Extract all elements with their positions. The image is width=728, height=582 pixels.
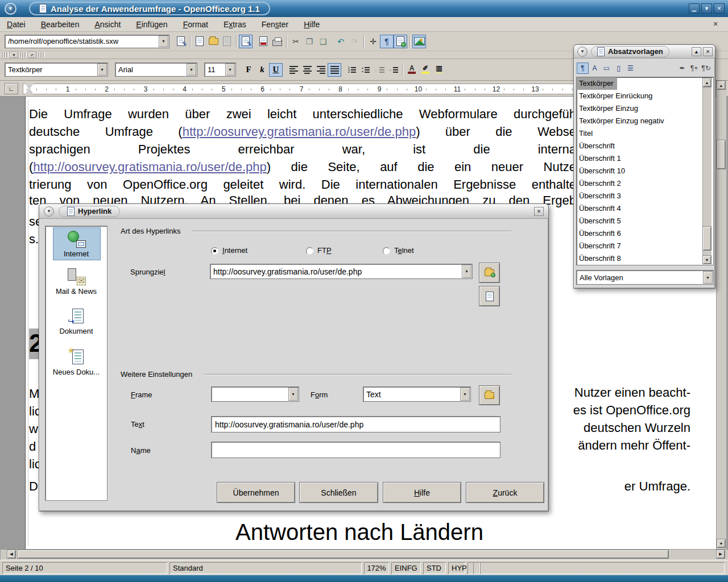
status-hyperlink-mode[interactable]: HYP [448,562,465,574]
style-list-row[interactable]: Textkörper Einzug negativ [577,115,713,127]
radio-label-internet[interactable]: Internet [222,246,247,255]
grip-handle[interactable] [19,52,27,57]
strip-pen-icon[interactable]: ✐ [28,52,36,58]
hyperlink-dialog-titlebar[interactable]: ▼ Hyperlink ✕ [39,204,548,219]
tab-type-selector[interactable]: ∟ [5,83,18,94]
style-item[interactable]: Überschrift 5 [577,217,621,225]
style-item[interactable]: Titel [577,129,593,138]
apply-button[interactable]: Übernehmen [217,482,295,503]
style-list-row[interactable]: Überschrift 6 [577,227,713,240]
style-list-row[interactable]: Überschrift 1 [577,152,713,165]
style-list-row[interactable]: Überschrift 2 [577,177,713,190]
url-dropdown-arrow[interactable]: ▼ [159,36,168,47]
target-dropdown-arrow[interactable]: ▼ [462,265,471,278]
paragraph-styles-button[interactable]: ¶ [577,63,589,74]
bold-button[interactable]: F [242,63,255,77]
frame-dropdown-arrow[interactable]: ▼ [288,388,298,401]
scroll-up-icon[interactable]: ▲ [717,81,726,90]
grip-handle[interactable] [1,52,9,57]
fill-format-mode-button[interactable]: ✒ [676,63,688,74]
dialog-menu-button[interactable]: ▼ [44,206,54,217]
paragraph-style-combobox[interactable]: Textkörper ▼ [5,63,108,77]
style-item[interactable]: Überschrift 1 [577,154,621,163]
sidebar-item-internet[interactable]: Internet [46,231,107,258]
increase-indent-button[interactable]: → [386,63,400,77]
vertical-scroll-thumb[interactable] [717,140,726,169]
style-item[interactable]: Überschrift 3 [577,192,621,200]
menu-fenster[interactable]: Fenster [262,20,288,29]
align-right-button[interactable] [314,63,328,77]
style-list-row[interactable]: Textkörper Einrückung [577,90,713,102]
style-item[interactable]: Überschrift 6 [577,229,621,238]
horizontal-scroll-thumb[interactable] [17,550,669,559]
style-dropdown-arrow[interactable]: ▼ [97,64,107,76]
print-button[interactable] [270,35,284,48]
help-button[interactable]: Hilfe [383,482,461,503]
target-in-document-button[interactable] [479,286,500,306]
style-list-row[interactable]: Textkörper Einzug [577,102,713,115]
status-cell[interactable] [473,562,480,574]
horizontal-ruler[interactable]: 12345678910111213 [23,84,576,94]
radio-internet[interactable] [211,247,218,255]
style-item[interactable]: Überschrift 2 [577,179,621,188]
hyperlink-text[interactable]: http://oosurvey.gratismania.ro/user/de.p… [33,160,266,174]
status-insert-mode[interactable]: EINFG [391,562,421,574]
cut-button[interactable]: ✂ [289,35,303,48]
style-list-row[interactable]: Überschrift 7 [577,240,713,252]
hyperlink-text[interactable]: http://oosurvey.gratismania.ro/user/de.p… [183,124,416,139]
font-dropdown-arrow[interactable]: ▼ [187,64,196,76]
stylist-close-icon[interactable]: ✕ [703,47,713,56]
style-list-row[interactable]: Überschrift 4 [577,202,713,215]
style-list-row[interactable]: Überschrift 8 [577,252,713,265]
style-item[interactable]: Textkörper [577,77,617,90]
style-list-row[interactable]: Überschrift 5 [577,215,713,227]
align-justify-button[interactable] [328,63,341,77]
grip-handle[interactable] [38,52,45,57]
www-browser-button[interactable] [479,263,500,283]
navigator-button[interactable]: ✛ [366,35,380,48]
undo-button[interactable]: ↶ [334,35,348,48]
filter-dropdown-arrow[interactable]: ▼ [703,271,713,284]
status-selection-mode[interactable]: STD [423,562,446,574]
style-list-row[interactable]: Textkörper [577,77,713,90]
new-style-from-selection-button[interactable]: ¶+ [688,63,700,74]
scroll-left-icon[interactable]: ◀ [7,550,16,559]
style-list-row[interactable]: Titel [577,127,713,140]
target-combobox[interactable]: http://oosurvey.gratismania.ro/user/de.p… [210,264,473,279]
dialog-close-icon[interactable]: ✕ [534,207,544,216]
window-menu-button[interactable]: ▼ [5,3,16,15]
decrease-indent-button[interactable]: ← [373,63,386,77]
gallery-button[interactable] [412,35,426,48]
close-button[interactable]: Schließen [299,482,378,503]
frame-styles-button[interactable]: ▭ [601,63,613,74]
frame-combobox[interactable]: ▼ [211,386,299,402]
shade-button[interactable]: ▼ [701,3,712,14]
radio-telnet[interactable] [383,247,390,255]
load-url-button[interactable]: ✎ [174,35,188,48]
menu-format[interactable]: Format [183,20,208,29]
radio-label-telnet[interactable]: Telnet [394,246,414,255]
form-combobox[interactable]: Text ▼ [363,386,471,402]
font-name-combobox[interactable]: Arial ▼ [115,63,197,77]
minimize-button[interactable]: ▁ [689,3,700,14]
italic-button[interactable]: k [255,63,269,77]
text-input[interactable]: http://oosurvey.gratismania.ro/user/de.p… [211,416,500,433]
stylist-scroll-thumb[interactable] [702,226,712,251]
hyperlink-bar-button[interactable] [394,35,407,48]
align-left-button[interactable] [287,63,300,77]
sidebar-item-mailnews[interactable]: ✉Mail & News [46,268,107,296]
status-page-style[interactable]: Standard [169,562,362,574]
character-styles-button[interactable]: A [589,63,601,74]
sidebar-item-dokument[interactable]: ↪Dokument [46,308,107,335]
radio-ftp[interactable] [306,247,313,255]
status-zoom[interactable]: 172% [364,562,389,574]
style-list-row[interactable]: Überschrift [577,140,713,152]
stylist-scroll-down-icon[interactable]: ▼ [702,255,712,264]
stylist-button[interactable]: ¶ [380,35,394,48]
strip-dropdown-icon[interactable]: ▼ [10,52,18,58]
style-item[interactable]: Überschrift 4 [577,204,621,213]
menu-ansicht[interactable]: Ansicht [94,20,121,29]
url-combobox[interactable]: /home/rolf/openoffice/statistik.sxw ▼ [5,35,169,48]
style-item[interactable]: Textkörper Einzug negativ [577,117,664,125]
redo-button[interactable]: ↷ [348,35,361,48]
